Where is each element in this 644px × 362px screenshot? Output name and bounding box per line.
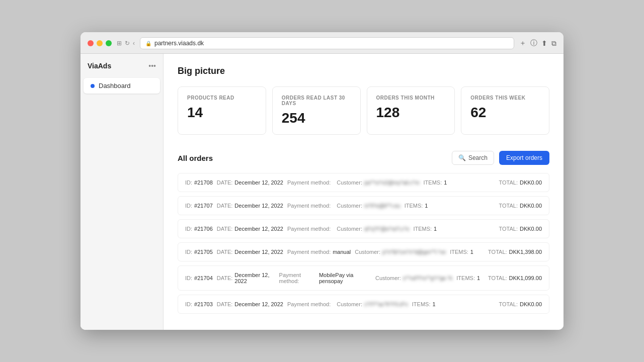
orders-section-header: All orders 🔍 Search Export orders — [178, 151, 549, 165]
stat-value-orders-last-30: 254 — [282, 110, 351, 126]
stat-label-orders-this-month: ORDERS THIS MONTH — [376, 95, 446, 101]
order-items-field: ITEMS: 1 — [405, 203, 428, 209]
new-tab-icon[interactable]: ＋ — [519, 39, 526, 48]
order-customer-field: Customer: pa**rs*n2@my*ail.c*m — [337, 179, 419, 186]
maximize-button[interactable] — [106, 40, 112, 46]
order-id-field: ID: #21703 — [185, 301, 213, 307]
traffic-lights — [88, 40, 112, 46]
sidebar-nav: Dashboard — [80, 78, 163, 94]
stat-value-products-read: 14 — [187, 105, 257, 121]
stat-label-products-read: PRODUCTS READ — [187, 95, 257, 101]
order-date-field: DATE: December 12, 2022 — [217, 203, 283, 209]
stat-label-orders-this-week: ORDERS THIS WEEK — [470, 95, 540, 101]
order-total-field: TOTAL: DKK0.00 — [499, 226, 542, 232]
order-total-field: TOTAL: DKK0.00 — [499, 301, 542, 307]
close-button[interactable] — [88, 40, 94, 46]
order-customer-field: Customer: m*li*e@li**r.eu — [337, 203, 400, 209]
stat-card-products-read: PRODUCTS READ 14 — [178, 86, 266, 135]
sidebar-menu-icon[interactable]: ••• — [148, 62, 156, 70]
stat-card-orders-this-month: ORDERS THIS MONTH 128 — [367, 86, 455, 135]
tabs-icon[interactable]: ⧉ — [551, 39, 556, 48]
order-payment-field: Payment method: — [287, 179, 333, 186]
order-date-field: DATE: December 12, 2022 — [217, 301, 283, 307]
order-row[interactable]: ID: #21703 DATE: December 12, 2022 Payme… — [178, 295, 549, 314]
order-payment-field: Payment method: — [287, 203, 333, 209]
order-items-field: ITEMS: 1 — [412, 301, 436, 307]
stat-card-orders-this-week: ORDERS THIS WEEK 62 — [461, 86, 549, 135]
order-date-field: DATE: December 12, 2022 — [217, 272, 275, 284]
order-customer-field: Customer: al*cj*t*@e*ra*l.c*e — [337, 226, 409, 232]
order-payment-field: Payment method: — [287, 226, 333, 232]
order-items-field: ITEMS: 1 — [424, 179, 447, 186]
order-total-field: TOTAL: DKK0.00 — [499, 203, 542, 209]
order-id-field: ID: #21706 — [185, 226, 213, 232]
orders-list: ID: #21708 DATE: December 12, 2022 Payme… — [178, 173, 549, 318]
nav-dot-icon — [91, 84, 95, 88]
sidebar: ViaAds ••• Dashboard — [80, 54, 164, 330]
order-id-field: ID: #21705 — [185, 249, 213, 255]
sidebar-item-label: Dashboard — [99, 82, 131, 89]
browser-action-buttons: ＋ ⓘ ⬆ ⧉ — [519, 39, 556, 48]
reload-icon[interactable]: ↻ — [125, 40, 130, 47]
order-id-field: ID: #21708 — [185, 179, 213, 186]
order-customer-field: Customer: s**nd*l*rs**g*r*ge.*k — [375, 275, 452, 281]
order-payment-field: Payment method: MobilePay via pensopay — [279, 272, 371, 284]
section-actions: 🔍 Search Export orders — [452, 151, 549, 165]
order-customer-field: Customer: c*t*l**ac*fr*t*il.d*n — [337, 301, 408, 307]
stat-label-orders-last-30: ORDERS READ LAST 30 DAYS — [282, 95, 351, 106]
order-row[interactable]: ID: #21704 DATE: December 12, 2022 Payme… — [178, 265, 549, 291]
url-text: partners.viaads.dk — [154, 40, 204, 47]
order-total-field: TOTAL: DKK0.00 — [499, 179, 542, 186]
order-customer-field: Customer: p*n*tb*cm*n*d@gm**l.*ve — [355, 249, 446, 255]
share-icon[interactable]: ⬆ — [541, 39, 547, 47]
order-date-field: DATE: December 12, 2022 — [217, 249, 283, 255]
search-button[interactable]: 🔍 Search — [452, 151, 494, 165]
page-title: Big picture — [178, 66, 549, 76]
order-row[interactable]: ID: #21708 DATE: December 12, 2022 Payme… — [178, 173, 549, 192]
sidebar-header: ViaAds ••• — [80, 62, 163, 78]
browser-nav-controls: ⊞ ↻ ‹ — [117, 40, 135, 47]
sidebar-brand: ViaAds — [88, 62, 111, 70]
lock-icon: 🔒 — [145, 41, 151, 46]
browser-chrome: ⊞ ↻ ‹ 🔒 partners.viaads.dk ＋ ⓘ ⬆ ⧉ — [80, 32, 564, 54]
export-orders-button[interactable]: Export orders — [499, 151, 549, 165]
order-id-field: ID: #21707 — [185, 203, 213, 209]
address-bar[interactable]: 🔒 partners.viaads.dk — [140, 37, 514, 49]
orders-section-title: All orders — [178, 154, 213, 162]
sidebar-item-dashboard[interactable]: Dashboard — [84, 78, 160, 94]
stat-value-orders-this-month: 128 — [376, 105, 446, 121]
stat-value-orders-this-week: 62 — [470, 105, 540, 121]
info-icon[interactable]: ⓘ — [530, 39, 537, 48]
stats-row: PRODUCTS READ 14 ORDERS READ LAST 30 DAY… — [178, 86, 549, 135]
order-id-field: ID: #21704 — [185, 275, 213, 281]
order-total-field: TOTAL: DKK1,398.00 — [488, 249, 542, 255]
order-date-field: DATE: December 12, 2022 — [217, 179, 283, 186]
order-row[interactable]: ID: #21705 DATE: December 12, 2022 Payme… — [178, 242, 549, 261]
order-items-field: ITEMS: 1 — [413, 226, 437, 232]
stat-card-orders-last-30: ORDERS READ LAST 30 DAYS 254 — [272, 86, 361, 135]
minimize-button[interactable] — [97, 40, 103, 46]
order-row[interactable]: ID: #21706 DATE: December 12, 2022 Payme… — [178, 219, 549, 238]
browser-content: ViaAds ••• Dashboard Big picture PRODUCT… — [80, 54, 564, 330]
order-payment-field: Payment method: manual — [287, 249, 351, 255]
order-payment-field: Payment method: — [287, 301, 333, 307]
search-icon: 🔍 — [458, 154, 466, 161]
order-items-field: ITEMS: 1 — [450, 249, 473, 255]
sidebar-toggle-icon[interactable]: ⊞ — [117, 40, 122, 47]
main-content: Big picture PRODUCTS READ 14 ORDERS READ… — [164, 54, 564, 330]
order-date-field: DATE: December 12, 2022 — [217, 226, 283, 232]
order-row[interactable]: ID: #21707 DATE: December 12, 2022 Payme… — [178, 196, 549, 215]
back-icon[interactable]: ‹ — [133, 40, 135, 47]
order-total-field: TOTAL: DKK1,099.00 — [488, 275, 542, 281]
order-items-field: ITEMS: 1 — [456, 275, 480, 281]
